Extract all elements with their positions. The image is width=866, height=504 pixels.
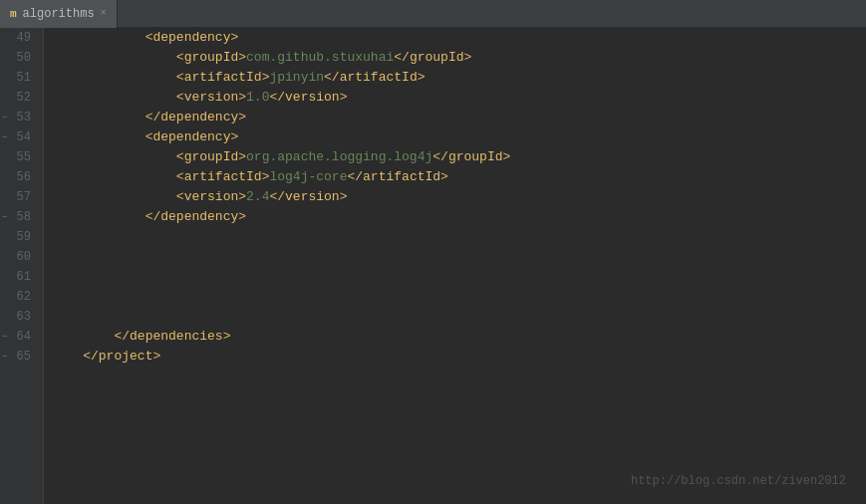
token-tag: <dependency> [145, 28, 239, 48]
token-tag: <groupId> [176, 48, 246, 68]
line-number: 54 [17, 127, 31, 147]
token-content: com.github.stuxuhai [246, 48, 394, 68]
code-line: </dependency> [52, 108, 866, 127]
gutter-line: −58 [0, 207, 37, 227]
gutter-line: 55 [0, 147, 37, 167]
token-indent [52, 147, 176, 167]
line-number: 53 [17, 108, 31, 127]
token-indent [52, 127, 145, 147]
line-number: 64 [17, 327, 31, 347]
line-number: 59 [17, 227, 31, 247]
line-gutter: 49505152−53−54555657−585960616263−64−65 [0, 28, 44, 504]
code-line [52, 227, 866, 247]
token-indent [52, 88, 176, 108]
code-line: </project> [52, 347, 866, 367]
token-indent [52, 347, 83, 367]
line-number: 62 [17, 287, 31, 307]
line-number: 63 [17, 307, 31, 327]
line-number: 57 [17, 187, 31, 207]
token-tag: </version> [269, 88, 347, 108]
tab-close-button[interactable]: × [101, 8, 107, 19]
token-tag: <dependency> [145, 127, 239, 147]
code-line: <artifactId>log4j-core</artifactId> [52, 167, 866, 187]
tab-label: algorithms [23, 7, 95, 21]
line-number: 56 [17, 167, 31, 187]
tab-algorithms[interactable]: m algorithms × [0, 0, 118, 28]
code-line: <dependency> [52, 127, 866, 147]
token-indent [52, 68, 176, 88]
token-tag: </artifactId> [347, 167, 447, 187]
tab-bar: m algorithms × [0, 0, 866, 28]
token-tag: <version> [176, 88, 246, 108]
token-tag: <artifactId> [176, 167, 270, 187]
code-line [52, 287, 866, 307]
watermark: http://blog.csdn.net/ziven2012 [631, 474, 846, 488]
code-line: <artifactId>jpinyin</artifactId> [52, 68, 866, 88]
gutter-line: 52 [0, 88, 37, 108]
token-indent [52, 28, 145, 48]
code-line: <version>2.4</version> [52, 187, 866, 207]
token-tag: <artifactId> [176, 68, 270, 88]
gutter-line: 62 [0, 287, 37, 307]
token-tag: </artifactId> [324, 68, 425, 88]
fold-icon[interactable]: − [2, 127, 7, 147]
token-content: 1.0 [246, 88, 269, 108]
editor-container: 49505152−53−54555657−585960616263−64−65 … [0, 28, 866, 504]
token-content: 2.4 [246, 187, 269, 207]
fold-icon[interactable]: − [2, 347, 7, 367]
token-content: log4j-core [269, 167, 347, 187]
gutter-line: 49 [0, 28, 37, 48]
code-area[interactable]: <dependency> <groupId>com.github.stuxuha… [44, 28, 866, 504]
token-content: org.apache.logging.log4j [246, 147, 433, 167]
line-number: 51 [17, 68, 31, 88]
code-line: </dependency> [52, 207, 866, 227]
token-tag: </project> [83, 347, 160, 367]
tab-file-icon: m [10, 8, 17, 20]
code-line: <groupId>com.github.stuxuhai</groupId> [52, 48, 866, 68]
line-number: 52 [17, 88, 31, 108]
code-line: <groupId>org.apache.logging.log4j</group… [52, 147, 866, 167]
gutter-line: 50 [0, 48, 37, 68]
gutter-line: 60 [0, 247, 37, 267]
gutter-line: 56 [0, 167, 37, 187]
token-indent [52, 207, 145, 227]
gutter-line: −54 [0, 127, 37, 147]
line-number: 49 [17, 28, 31, 48]
gutter-line: −64 [0, 327, 37, 347]
code-line: <version>1.0</version> [52, 88, 866, 108]
line-number: 61 [17, 267, 31, 287]
token-tag: </groupId> [433, 147, 510, 167]
token-indent [52, 167, 176, 187]
token-indent [52, 48, 176, 68]
token-indent [52, 327, 114, 347]
token-tag: </version> [269, 187, 347, 207]
gutter-line: 59 [0, 227, 37, 247]
gutter-line: 63 [0, 307, 37, 327]
gutter-line: −53 [0, 108, 37, 127]
token-indent [52, 108, 145, 127]
token-content: jpinyin [269, 68, 324, 88]
line-number: 50 [17, 48, 31, 68]
token-tag: <groupId> [176, 147, 246, 167]
gutter-line: 57 [0, 187, 37, 207]
line-number: 65 [17, 347, 31, 367]
gutter-line: −65 [0, 347, 37, 367]
token-tag: <version> [176, 187, 246, 207]
token-tag: </dependencies> [114, 327, 230, 347]
code-line: </dependencies> [52, 327, 866, 347]
line-number: 55 [17, 147, 31, 167]
gutter-line: 61 [0, 267, 37, 287]
token-tag: </groupId> [394, 48, 471, 68]
fold-icon[interactable]: − [2, 327, 7, 347]
code-line: <dependency> [52, 28, 866, 48]
token-indent [52, 187, 176, 207]
code-line [52, 247, 866, 267]
token-tag: </dependency> [145, 108, 246, 127]
token-tag: </dependency> [145, 207, 246, 227]
fold-icon[interactable]: − [2, 207, 7, 227]
line-number: 60 [17, 247, 31, 267]
gutter-line: 51 [0, 68, 37, 88]
line-number: 58 [17, 207, 31, 227]
code-line [52, 307, 866, 327]
fold-icon[interactable]: − [2, 108, 7, 127]
